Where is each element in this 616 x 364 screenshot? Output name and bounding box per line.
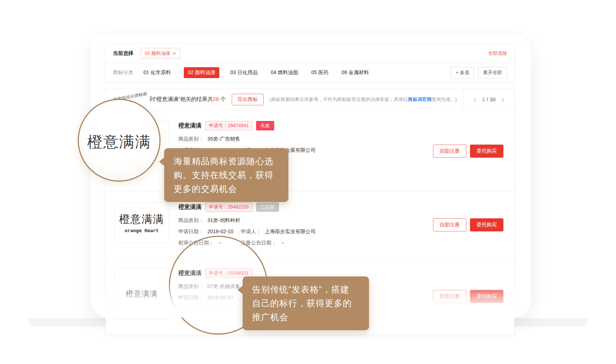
results-disclaimer: (商标检索结果仅供参考，不作为商标能否注册的法律依据；具体以商标局官网查询为准。… [270, 96, 457, 103]
field-label: 申请日期： [178, 295, 204, 301]
category-item-02-selected[interactable]: 02 颜料油漆 [184, 67, 219, 78]
field-label: 商品类别： [178, 283, 204, 290]
trademark-image-text: 橙意满满 [119, 212, 164, 227]
tooltip-line: 推广机会 [252, 310, 360, 324]
close-icon[interactable]: × [173, 51, 176, 56]
application-number-badge: 申请号：29474941 [205, 121, 252, 130]
results-summary: 为您在此分类检索到“橙意满满”相关的结果共28 个 [113, 96, 226, 103]
field-value: 上海雨步实业有限公司 [265, 228, 316, 235]
page-indicator: 1 / 30 [482, 96, 496, 102]
application-number-value: 29474941 [228, 123, 249, 128]
field-label: 商品类别： [178, 217, 204, 224]
multi-select-button[interactable]: + 多选 [451, 67, 474, 78]
selected-filter-tag[interactable]: 02 颜料油漆 × [141, 48, 180, 59]
current-selection-label: 当前选择 [113, 50, 133, 57]
category-row-label: 商标分类 [113, 69, 133, 76]
current-selection-row: 当前选择 02 颜料油漆 × 全部清除 [106, 44, 514, 63]
application-number-label: 申请号： [209, 270, 228, 276]
category-row: 商标分类 01 化学原料 02 颜料油漆 03 日化用品 04 燃料油脂 05 … [106, 63, 514, 82]
results-count: 28 [213, 96, 219, 102]
trademark-name: 橙意满满 [178, 203, 202, 211]
field-label: 初审公告日期： [178, 306, 214, 312]
clear-all-link[interactable]: 全部清除 [488, 50, 507, 57]
field-label: 初审公告日期： [178, 240, 214, 246]
results-count-suffix: 个 [219, 96, 226, 102]
entrust-buy-button[interactable]: 委托购买 [470, 145, 503, 158]
trademark-name: 橙意满满 [178, 270, 202, 277]
category-item-01[interactable]: 01 化学原料 [143, 69, 171, 76]
expand-all-button[interactable]: 展开全部 [478, 67, 507, 78]
trademark-image-text: 橙意满满 [126, 289, 158, 299]
pagination: ‹ 1 / 30 › [463, 89, 514, 110]
category-item-03[interactable]: 03 日化用品 [230, 69, 258, 76]
export-trademark-button[interactable]: 导出商标 [232, 94, 264, 105]
chevron-right-icon[interactable]: › [502, 96, 504, 104]
tooltip-line: 更多的交易机会 [174, 182, 279, 196]
field-value: － [218, 240, 223, 246]
tooltip-line: 海量精品商标资源随心选 [174, 154, 279, 168]
trademark-image[interactable]: 橙意满满 [114, 268, 169, 319]
page-separator: / [487, 96, 488, 102]
application-number-label: 申请号： [209, 204, 228, 210]
field-label: 注册公告日期： [241, 240, 276, 246]
field-value: 07类-机械设备 [207, 283, 240, 290]
tooltip-line: 告别传统“发表格”，搭建 [252, 283, 360, 296]
field-value: 35类-广告销售 [207, 136, 240, 142]
app-screen: 当前选择 02 颜料油漆 × 全部清除 商标分类 01 化学原料 02 颜料油漆… [91, 33, 531, 318]
tooltip-line: 购。支持在线交易，获得 [174, 168, 279, 182]
field-value: 2018-10-06 [218, 306, 244, 312]
field-label: 申请人： [241, 228, 261, 235]
field-value: 31类-饲料种籽 [207, 217, 240, 224]
disclaimer-suffix: 查询为准。) [431, 97, 457, 102]
entrust-buy-button[interactable]: 委托购买 [470, 218, 503, 231]
application-number-value: 29198321 [228, 270, 249, 276]
category-item-04[interactable]: 04 燃料油脂 [271, 69, 298, 76]
selected-filter-tag-label: 02 颜料油漆 [145, 50, 170, 57]
self-register-button[interactable]: 自助注册 [433, 290, 466, 303]
self-register-button[interactable]: 自助注册 [433, 145, 466, 158]
application-number-badge: 申请号：29482153 [205, 202, 252, 212]
page-total: 30 [490, 96, 496, 102]
category-item-06[interactable]: 06 金属材料 [341, 69, 369, 76]
field-value: － [280, 240, 285, 246]
status-badge: 已注册 [256, 202, 279, 212]
results-summary-warped: 为您在此分类检索 [113, 91, 147, 102]
trademark-image-text: 橙意满满 [126, 136, 158, 146]
field-label: 商品类别： [178, 136, 204, 142]
promo-tooltip-2: 告别传统“发表格”，搭建 自己的标行，获得更多的 推广机会 [243, 276, 369, 330]
tooltip-line: 自己的标行，获得更多的 [252, 296, 360, 310]
chevron-left-icon[interactable]: ‹ [474, 96, 476, 104]
entrust-buy-button[interactable]: 委托购买 [470, 290, 503, 303]
application-number-label: 申请号： [209, 123, 228, 128]
disclaimer-prefix: (商标检索结果仅供参考，不作为商标能否注册的法律依据；具体以 [270, 97, 408, 102]
filter-panel: 当前选择 02 颜料油漆 × 全部清除 商标分类 01 化学原料 02 颜料油漆… [105, 44, 515, 82]
status-badge: 无效 [256, 121, 274, 130]
field-label: 申请日期： [178, 228, 204, 235]
results-summary-text: 到“橙意满满”相关的结果共 [149, 96, 213, 102]
results-header: 为您在此分类检索到“橙意满满”相关的结果共28 个 导出商标 (商标检索结果仅供… [106, 89, 514, 110]
self-register-button[interactable]: 自助注册 [433, 218, 466, 231]
page: 当前选择 02 颜料油漆 × 全部清除 商标分类 01 化学原料 02 颜料油漆… [0, 0, 616, 364]
application-number-value: 29482153 [228, 204, 249, 210]
page-current: 1 [482, 96, 485, 102]
promo-tooltip-1: 海量精品商标资源随心选 购。支持在线交易，获得 更多的交易机会 [164, 148, 288, 202]
trademark-office-link[interactable]: 商标局官网 [408, 97, 431, 102]
field-value: 2018-02-10 [207, 228, 234, 235]
field-value: 2018-02-07 [207, 295, 234, 301]
trademark-image[interactable]: 橙意满满 [114, 121, 169, 162]
trademark-name: 橙意满满 [178, 122, 202, 130]
category-item-05[interactable]: 05 医药 [311, 69, 328, 76]
trademark-image[interactable]: 橙意满满 orange Heart [114, 202, 169, 243]
trademark-image-subtext: orange Heart [125, 228, 159, 233]
